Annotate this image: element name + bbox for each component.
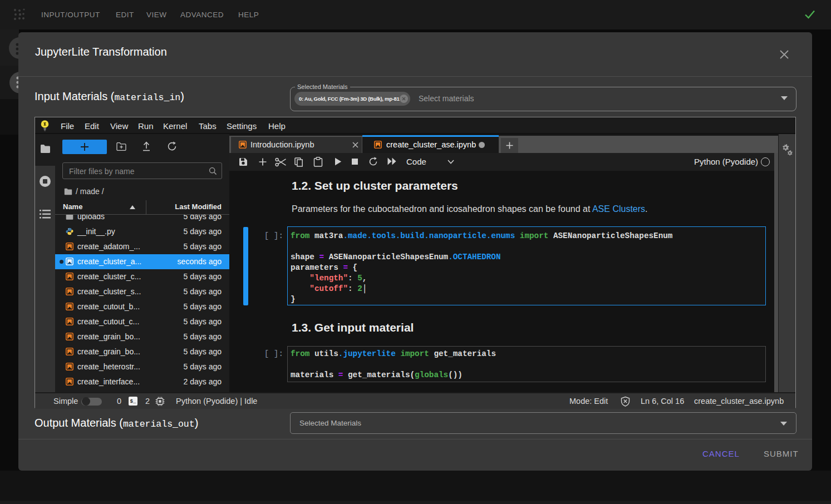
svg-text:$_: $_	[130, 399, 136, 404]
